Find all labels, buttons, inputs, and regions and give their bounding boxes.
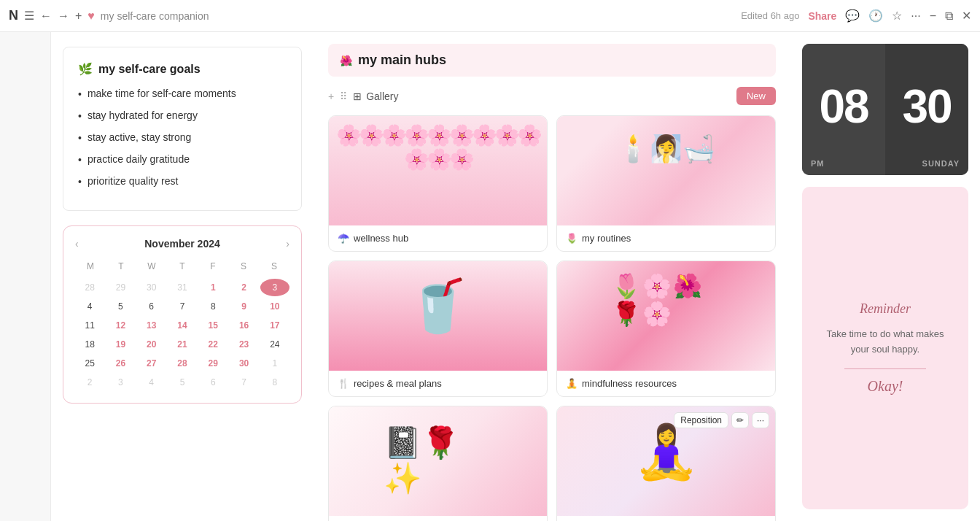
main-layout: 🌿 my self-care goals make time for self-…	[0, 32, 980, 521]
cal-day[interactable]: 6	[137, 298, 166, 315]
card-label-recipes: 🍴 recipes & meal plans	[329, 371, 547, 396]
day-header-s1: S	[228, 258, 259, 274]
cal-day[interactable]: 24	[260, 336, 289, 353]
calendar-card: ‹ November 2024 › M T W T F S S	[63, 225, 302, 404]
routines-icon: 🌷	[566, 233, 578, 244]
day-header-f: F	[198, 258, 228, 274]
cal-day[interactable]: 5	[106, 298, 135, 315]
cal-day[interactable]: 10	[260, 298, 289, 315]
card-label-journaling: 📝 journaling corner	[329, 516, 547, 521]
card-label-fitness: 🏃 fitness hub	[557, 516, 775, 521]
restore-icon[interactable]: ⧉	[945, 9, 953, 23]
cal-day[interactable]: 6	[198, 374, 228, 391]
card-image-recipes	[329, 261, 547, 371]
cal-day[interactable]: 12	[106, 317, 135, 334]
history-icon[interactable]: 🕐	[868, 9, 883, 23]
day-header-m: M	[75, 258, 106, 274]
cal-day[interactable]: 29	[106, 279, 135, 296]
calendar-prev-button[interactable]: ‹	[75, 238, 79, 250]
cal-day[interactable]: 18	[75, 336, 104, 353]
cal-day[interactable]: 14	[168, 317, 197, 334]
gallery-card-routines[interactable]: 🌷 my routines	[556, 115, 776, 252]
sidebar	[0, 32, 51, 521]
cal-day[interactable]: 31	[168, 279, 197, 296]
cal-day[interactable]: 28	[75, 279, 104, 296]
cal-day[interactable]: 7	[168, 298, 197, 315]
card-image-fitness: Reposition ✏ ···	[557, 406, 775, 516]
cal-day[interactable]: 13	[137, 317, 166, 334]
gallery-card-mindfulness[interactable]: 🧘 mindfulness resources	[556, 260, 776, 397]
gallery-grid: ☂️ wellness hub 🌷 my routines	[328, 115, 776, 521]
cal-day[interactable]: 1	[260, 355, 289, 372]
cal-day[interactable]: 19	[106, 336, 135, 353]
gallery-label: ⊞ Gallery	[353, 90, 398, 102]
cal-day[interactable]: 23	[229, 336, 258, 353]
cal-day[interactable]: 5	[168, 374, 197, 391]
cal-day[interactable]: 7	[229, 374, 258, 391]
edit-image-button[interactable]: ✏	[731, 412, 749, 428]
drag-icon[interactable]: ⠿	[340, 90, 347, 102]
more-options-button[interactable]: ···	[752, 412, 769, 428]
forward-icon[interactable]: →	[58, 9, 69, 23]
cal-day[interactable]: 16	[229, 317, 258, 334]
cal-day[interactable]: 28	[168, 355, 197, 372]
gallery-card-fitness[interactable]: Reposition ✏ ··· 🏃 fitness hub	[556, 406, 776, 521]
cal-day[interactable]: 26	[106, 355, 135, 372]
sidebar-toggle-icon[interactable]: ☰	[24, 9, 34, 23]
clock-ampm: PM	[811, 159, 825, 168]
add-icon[interactable]: +	[75, 9, 82, 23]
cal-day[interactable]: 25	[75, 355, 104, 372]
add-block-icon[interactable]: +	[328, 90, 334, 102]
cal-day[interactable]: 27	[137, 355, 166, 372]
cal-day[interactable]: 21	[168, 336, 197, 353]
cal-day[interactable]: 29	[198, 355, 228, 372]
cal-day[interactable]: 30	[229, 355, 258, 372]
gallery-card-journaling[interactable]: 📝 journaling corner	[328, 406, 548, 521]
star-icon[interactable]: ☆	[892, 9, 902, 23]
cal-day[interactable]: 4	[75, 298, 104, 315]
cal-day[interactable]: 22	[198, 336, 228, 353]
minimize-icon[interactable]: −	[930, 9, 936, 23]
new-button[interactable]: New	[736, 87, 776, 105]
cal-day[interactable]: 3	[106, 374, 135, 391]
notion-icon[interactable]: N	[9, 8, 18, 23]
cal-day[interactable]: 30	[137, 279, 166, 296]
calendar-next-button[interactable]: ›	[286, 238, 289, 250]
page-title: my self-care companion	[101, 10, 209, 22]
cal-day[interactable]: 20	[137, 336, 166, 353]
cal-day[interactable]: 2	[229, 279, 258, 296]
favorite-icon[interactable]: ♥	[88, 9, 95, 23]
close-icon[interactable]: ✕	[962, 9, 971, 23]
cal-day[interactable]: 4	[137, 374, 166, 391]
gallery-card-wellness[interactable]: ☂️ wellness hub	[328, 115, 548, 252]
cal-day[interactable]: 17	[260, 317, 289, 334]
cal-day[interactable]: 11	[75, 317, 104, 334]
cal-day[interactable]: 9	[229, 298, 258, 315]
cal-day[interactable]: 8	[260, 374, 289, 391]
calendar-grid: M T W T F S S 28 29 30 31 1	[75, 258, 289, 391]
comment-icon[interactable]: 💬	[845, 9, 860, 23]
gallery-card-recipes[interactable]: 🍴 recipes & meal plans	[328, 260, 548, 397]
card-image-wellness	[329, 116, 547, 225]
cal-day[interactable]: 1	[198, 279, 228, 296]
cal-day[interactable]: 2	[75, 374, 104, 391]
cal-day-today[interactable]: 3	[260, 279, 289, 296]
calendar-header: ‹ November 2024 ›	[75, 238, 289, 250]
cal-day[interactable]: 15	[198, 317, 228, 334]
topbar-left: N ☰ ← → + ♥ my self-care companion	[9, 8, 735, 23]
back-icon[interactable]: ←	[40, 9, 52, 23]
reminder-text: Take time to do what makes your soul hap…	[817, 327, 954, 358]
card-image-mindfulness	[557, 261, 775, 371]
clock-widget: 08 PM 30 SUNDAY	[802, 44, 968, 175]
right-panel: 08 PM 30 SUNDAY Reminder Take time to do…	[790, 32, 980, 521]
card-label-mindfulness: 🧘 mindfulness resources	[557, 371, 775, 396]
day-header-w: W	[136, 258, 167, 274]
more-icon[interactable]: ···	[911, 9, 920, 23]
goals-icon: 🌿	[78, 62, 93, 76]
cal-day[interactable]: 8	[198, 298, 228, 315]
share-button[interactable]: Share	[808, 10, 836, 22]
reposition-button[interactable]: Reposition	[674, 412, 728, 428]
clock-hours-display: 08	[819, 83, 868, 130]
edited-text: Edited 6h ago	[741, 10, 799, 21]
calendar-month: November 2024	[144, 238, 220, 250]
